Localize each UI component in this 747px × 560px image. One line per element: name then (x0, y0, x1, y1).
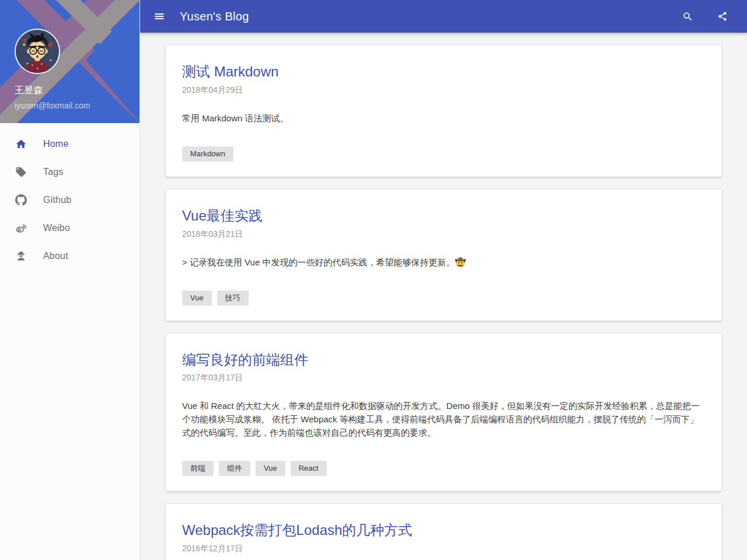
post-date: 2016年12月17日 (182, 544, 705, 554)
tag-chip[interactable]: 前端 (182, 461, 214, 476)
sidebar-item-label: Home (43, 139, 68, 149)
post-card: Webpack按需打包Lodash的几种方式 2016年12月17日 在数据操作… (166, 504, 721, 560)
app-title: Yusen's Blog (180, 10, 249, 23)
sidebar-profile-header: 王昱森 iyusen@foxmail.com (0, 0, 139, 123)
sidebar: 王昱森 iyusen@foxmail.com Home Tags (0, 0, 140, 560)
spy-icon (15, 250, 27, 262)
sidebar-item-label: Tags (43, 167, 64, 177)
weibo-icon (15, 222, 27, 234)
topbar: Yusen's Blog (140, 0, 747, 33)
sidebar-item-about[interactable]: About (0, 242, 139, 270)
share-button[interactable] (713, 7, 732, 26)
post-tags: Markdown (182, 146, 705, 162)
share-icon (717, 11, 728, 22)
sidebar-item-weibo[interactable]: Weibo (0, 214, 139, 242)
profile-text: 王昱森 iyusen@foxmail.com (15, 85, 90, 110)
post-date: 2017年03月17日 (182, 373, 705, 383)
search-icon (682, 11, 693, 22)
sidebar-item-label: Weibo (43, 223, 70, 233)
post-card: 测试 Markdown 2018年04月29日 常用 Markdown 语法测试… (166, 46, 721, 177)
sidebar-item-label: Github (43, 195, 71, 205)
tag-chip[interactable]: Vue (182, 290, 212, 306)
avatar-illustration (16, 30, 59, 73)
tag-chip[interactable]: 技巧 (217, 290, 249, 306)
avatar[interactable] (15, 29, 60, 74)
tag-icon (15, 166, 27, 178)
sidebar-item-label: About (43, 251, 68, 261)
sidebar-item-github[interactable]: Github (0, 186, 139, 214)
menu-button[interactable] (150, 7, 169, 26)
search-button[interactable] (678, 7, 697, 26)
post-tags: Vue技巧 (182, 290, 705, 306)
post-excerpt: Vue 和 React 的大红大火，带来的是组件化和数据驱动的开发方式。Demo… (182, 399, 705, 439)
main-area: Yusen's Blog 测试 Markdown 2018年04月29日 常用 … (140, 0, 747, 560)
post-date: 2018年03月21日 (182, 229, 705, 240)
post-tags: 前端组件VueReact (182, 461, 705, 476)
home-icon (15, 138, 27, 150)
post-date: 2018年04月29日 (182, 85, 705, 96)
hamburger-icon (153, 10, 165, 22)
github-icon (15, 194, 27, 206)
sidebar-nav: Home Tags Github (0, 123, 139, 270)
profile-name: 王昱森 (15, 85, 90, 97)
sidebar-item-home[interactable]: Home (0, 130, 139, 158)
profile-email: iyusen@foxmail.com (15, 101, 90, 110)
tag-chip[interactable]: Markdown (182, 146, 233, 162)
tag-chip[interactable]: React (291, 461, 327, 476)
sidebar-item-tags[interactable]: Tags (0, 158, 139, 186)
app-window: 王昱森 iyusen@foxmail.com Home Tags (0, 0, 747, 560)
post-list: 测试 Markdown 2018年04月29日 常用 Markdown 语法测试… (140, 33, 747, 560)
post-title[interactable]: Webpack按需打包Lodash的几种方式 (182, 522, 412, 539)
post-excerpt: > 记录我在使用 Vue 中发现的一些好的代码实践，希望能够保持更新。🤠 (182, 256, 705, 269)
post-card: 编写良好的前端组件 2017年03月17日 Vue 和 React 的大红大火，… (166, 334, 721, 492)
post-title[interactable]: 测试 Markdown (182, 64, 278, 80)
tag-chip[interactable]: Vue (256, 461, 285, 476)
tag-chip[interactable]: 组件 (219, 461, 250, 476)
post-title[interactable]: Vue最佳实践 (182, 208, 263, 225)
post-card: Vue最佳实践 2018年03月21日 > 记录我在使用 Vue 中发现的一些好… (166, 190, 721, 321)
post-excerpt: 常用 Markdown 语法测试。 (182, 111, 705, 125)
post-title[interactable]: 编写良好的前端组件 (182, 352, 308, 369)
